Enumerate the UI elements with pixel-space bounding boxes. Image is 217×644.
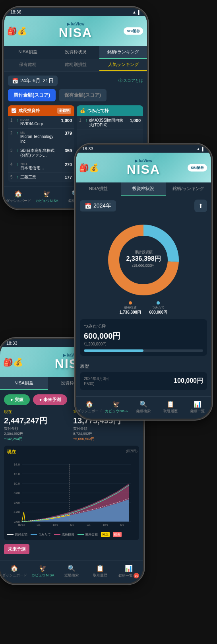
nav-dashboard-2[interactable]: 🏠 ダッシュボード [76,399,103,415]
rank-name-2: Micron Technology Inc [20,134,58,144]
growth-label-1: 成長投資枠 [18,108,40,114]
kabview-icon-3: 🦅 [29,564,56,572]
nisa-title-2: NISA [127,163,160,176]
rank-arrow-1: ↑ [17,118,19,122]
rank-name-5: 三菱工業 [20,175,58,180]
rank-score-2: 379 [60,131,72,136]
year-box-2[interactable]: 📅 2024年 [80,200,116,211]
growth-filter-1[interactable]: 全銘柄 [57,108,71,114]
nav-search-2[interactable]: 🔍 銘柄検索 [130,399,157,415]
subtab-holdings-1[interactable]: 保有銘柄 [4,59,52,71]
header-deco-2: 🎒💰 [79,163,99,173]
score-btn-buy-1[interactable]: 買付金額(スコア) [8,89,56,101]
svg-point-3 [120,236,167,284]
dashboard-icon-2: 🏠 [77,400,102,408]
nav-kabview-2[interactable]: 🦅 カビュウNISA [103,399,130,415]
tab-nisa-profit-1[interactable]: NISA損益 [4,46,52,59]
tsumitate-progress-2 [84,349,203,352]
nav-search-3[interactable]: 🔍 近畿検索 [57,563,86,580]
tab-investment-2[interactable]: 投資枠状況 [121,182,166,196]
tab-ranking-2[interactable]: 銘柄/ランキング [166,182,211,196]
toggle-actual-3[interactable]: ● 実績 [4,394,30,405]
main-tab-bar-2: NISA損益 投資枠状況 銘柄/ランキング [76,182,211,196]
nav-dashboard-1[interactable]: 🏠 ダッシュボード [4,188,33,205]
date-row-1: 📅 24年 6月 21日 ⓘ スコアとは [8,76,143,86]
legend-koushitsu-3: 後失 [113,532,122,537]
svg-text:2/1: 2/1 [87,524,91,526]
svg-text:6/1: 6/1 [70,524,74,526]
rank-num-t1: 1 [79,118,84,122]
rank-arrow-5: ↑ [17,175,19,179]
rank-arrow-3: ↑ [17,148,19,153]
history-icon-3: 📋 [87,564,114,572]
nav-kabview-3[interactable]: 🦅 カビュウNISA [29,563,57,580]
year-label-2: 2024年 [93,202,111,209]
nav-dashboard-3[interactable]: 🏠 ダッシュボード [0,563,29,580]
header-deco-1: 🎒💰 [7,26,27,36]
header-2: 🎒💰 ▶ kaView NISA SBI証券 [76,153,211,182]
rank-num-1: 1 [10,118,15,122]
subtab-ranking-1[interactable]: 人気ランキング [99,59,147,71]
chart-legend-3: 買付金額 つみたて 成長投資 運用金額 利正 [7,532,136,537]
header-deco-3: 🎒💰 [3,357,23,367]
chart-y-unit-3: (百万円) [126,449,138,453]
tsumitate-card-limit-2: /1,200,000円 [84,341,203,347]
nav-list-3[interactable]: 📊 銘柄一覧 10 [114,563,143,580]
history-amount-1: 100,000円 [174,377,203,385]
subtab-by-stock-1[interactable]: 銘柄別損益 [52,59,99,71]
svg-text:2/1: 2/1 [37,524,41,526]
svg-text:10/1: 10/1 [103,524,108,526]
rank-score-5: 177 [60,175,72,180]
svg-text:10.0: 10.0 [14,482,20,485]
rank-name-4: 日本電信電… [20,166,58,171]
nisa-logo-2: ▶ kaView NISA [127,159,160,176]
score-link-1[interactable]: ⓘ スコアとは [118,78,143,83]
svg-text:14.0: 14.0 [14,463,20,466]
history-icon-2: 📋 [158,400,183,408]
donut-legend-2: 成長投資 1,736,398円 つみたて 600,000円 [120,301,168,315]
ranking-item-growth-4: 4 ↑ 7011 日本電信電… 270 [8,160,74,173]
nav-history-3[interactable]: 📋 取引履歴 [86,563,114,580]
nav-history-2[interactable]: 📋 取引履歴 [157,399,184,415]
wifi-icon-1: ▲ [132,10,136,14]
rank-info-1: NVDA NVIDIA Corp [20,118,58,126]
legend-risei-3: 利正 [101,532,110,537]
tab-nisa-profit-3[interactable]: NISA損益 [0,377,48,390]
stat-future-buy-label-3: 買付金額 [73,426,139,431]
calendar-icon-2: 📅 [85,203,91,209]
rank-info-2: MU Micron Technology Inc [20,131,58,144]
rank-arrow-2: ↑ [17,131,19,135]
tsumitate-card-amount-2: 600,000円 [84,331,203,341]
nav-kabview-1[interactable]: 🦅 カビュウNISA [33,188,61,205]
search-icon-2: 🔍 [131,400,156,408]
share-btn-2[interactable]: ⬆ [194,200,207,212]
ranking-item-tsumitate-1: 1 ↑ eMAXISSlim国内株式(TOPIX) 1,000 [77,116,143,130]
stat-buy-val-3: 2,304,992円 [4,431,70,436]
tsumitate-line-color-3 [31,534,37,535]
ranking-item-growth-2: 2 ↑ MU Micron Technology Inc 379 [8,129,74,146]
risei-badge-3: 利正 [101,532,110,537]
tab-investment-1[interactable]: 投資枠状況 [52,46,99,59]
rank-name-3: SBI日本高配当株式(分配)ファン… [20,148,58,158]
legend-tsumitate-2: つみたて 600,000円 [149,301,167,315]
tsumitate-col-header-1: 💰 つみたて枠 [77,105,143,116]
tab-ranking-1[interactable]: 銘柄/ランキング [99,46,147,59]
nisa-title-1: NISA [59,26,92,39]
nav-list-2[interactable]: 📊 銘柄一覧 [184,399,211,415]
status-bar-1: 18:36 ▲ ▌ [4,8,147,16]
header-1: 🎒💰 ▶ kaView NISA SBI証券 [4,16,147,46]
history-date-text-1: 2024年6月3日 [84,376,109,382]
legend-growth-2: 成長投資 1,736,398円 [120,301,141,315]
rank-info-5: 三菱工業 [20,175,58,180]
kabview-icon-2: 🦅 [104,400,129,408]
toggle-future-3[interactable]: ● 未来予測 [33,394,68,405]
date-box-1[interactable]: 📅 24年 6月 21日 [8,76,58,86]
growth-legend-label-2: 成長投資 [124,305,137,310]
year-selector-2: 📅 2024年 ⬆ [76,196,211,216]
legend-growth-3: 成長投資 [54,532,74,537]
tsumitate-legend-value-2: 600,000円 [149,310,167,315]
tab-nisa-profit-2[interactable]: NISA損益 [76,182,121,196]
badge-count-3: 10 [134,573,139,578]
growth-icon-1: 📈 [11,108,17,113]
score-btn-hold-1[interactable]: 保有金額(スコア) [59,89,107,101]
